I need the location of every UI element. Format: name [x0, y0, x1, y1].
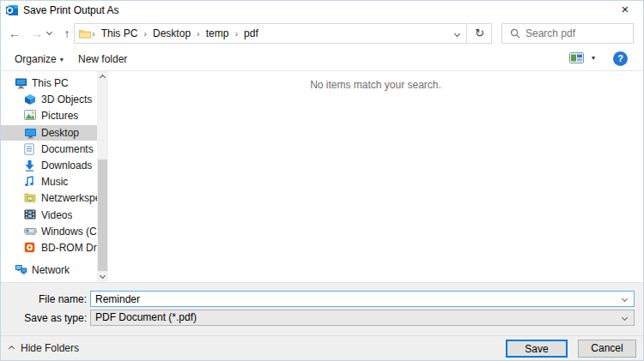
sidebar-item-label: Pictures: [41, 110, 78, 122]
recent-locations-chevron-icon[interactable]: [46, 29, 52, 35]
sidebar-item-label: BD-ROM Drive (I: [41, 242, 97, 254]
hide-folders-chevron-icon: [9, 345, 15, 351]
breadcrumb-item[interactable]: Desktop: [148, 24, 196, 43]
sidebar-item-netzwerkspeiche[interactable]: Netzwerkspeiche: [1, 190, 97, 206]
bottom-bar: Hide Folders Save Cancel: [1, 335, 643, 361]
document-icon: [24, 143, 38, 155]
sidebar-item-label: Documents: [41, 143, 94, 155]
scroll-down-icon[interactable]: [100, 273, 106, 279]
scroll-up-icon[interactable]: [100, 75, 106, 81]
organize-label: Organize: [15, 53, 57, 65]
navigation-tree: This PC3D ObjectsPicturesDesktopDocument…: [1, 71, 97, 282]
file-name-label: File name:: [1, 293, 87, 305]
sidebar-item-bd-rom-drive-i[interactable]: BD-ROM Drive (I: [1, 240, 97, 256]
hide-folders-button[interactable]: Hide Folders: [9, 342, 79, 354]
sidebar-item-pictures[interactable]: Pictures: [1, 108, 97, 123]
music-icon: [24, 176, 38, 188]
cancel-button[interactable]: Cancel: [578, 340, 636, 358]
network-icon: [15, 264, 28, 276]
help-icon[interactable]: ?: [613, 51, 628, 66]
sidebar-item-desktop[interactable]: Desktop: [1, 125, 97, 141]
scrollbar-thumb[interactable]: [98, 159, 107, 271]
save-as-type-select[interactable]: PDF Document (*.pdf): [90, 310, 635, 326]
command-bar: Organize▾ New folder ▾ ?: [1, 47, 643, 71]
breadcrumb-item[interactable]: pdf: [239, 24, 264, 43]
sidebar-item-documents[interactable]: Documents: [1, 141, 97, 157]
sidebar-item-label: Videos: [41, 209, 72, 221]
save-button[interactable]: Save: [506, 340, 568, 358]
address-dropdown-chevron-icon[interactable]: [454, 31, 460, 37]
breadcrumb-item[interactable]: This PC: [96, 24, 143, 43]
dialog-body: This PC3D ObjectsPicturesDesktopDocument…: [1, 71, 643, 282]
network-folder-icon: [24, 192, 38, 204]
sidebar-scrollbar[interactable]: [97, 71, 108, 282]
hdd-icon: [24, 226, 38, 238]
view-mode-icon: [569, 52, 584, 63]
sidebar-item-label: Network: [32, 264, 70, 276]
file-name-input[interactable]: [90, 291, 635, 307]
sidebar-item-label: Netzwerkspeiche: [41, 192, 97, 204]
office-disc-icon: [24, 242, 38, 254]
sidebar-item-3d-objects[interactable]: 3D Objects: [1, 92, 97, 107]
save-as-type-label: Save as type:: [1, 312, 87, 324]
address-bar[interactable]: ›This PC›Desktop›temp›pdf: [74, 23, 467, 44]
sidebar-item-label: Music: [41, 176, 68, 188]
sidebar-item-this-pc[interactable]: This PC: [1, 75, 97, 91]
folder-icon: [79, 28, 91, 39]
save-print-output-dialog: Save Print Output As × ← → ↑ ›This PC›De…: [0, 0, 644, 361]
sidebar-item-videos[interactable]: Videos: [1, 208, 97, 223]
search-box[interactable]: [501, 23, 634, 44]
download-icon: [24, 159, 38, 171]
navigation-bar: ← → ↑ ›This PC›Desktop›temp›pdf ↻: [1, 20, 643, 47]
refresh-icon[interactable]: ↻: [468, 23, 492, 44]
file-list-area[interactable]: No items match your search.: [108, 71, 643, 282]
sidebar-item-label: 3D Objects: [41, 93, 92, 105]
sidebar-item-network[interactable]: Network: [1, 262, 97, 278]
sidebar-item-label: Windows (C:): [41, 226, 97, 238]
organize-caret-icon: ▾: [60, 51, 64, 69]
computer-icon: [15, 77, 28, 89]
close-icon[interactable]: ×: [611, 1, 640, 19]
sidebar-item-label: Desktop: [41, 127, 79, 139]
picture-icon: [24, 110, 38, 122]
hide-folders-label: Hide Folders: [21, 342, 79, 354]
breadcrumb: ›This PC›Desktop›temp›pdf: [91, 24, 264, 43]
film-icon: [24, 209, 38, 221]
view-mode-caret-icon: ▾: [592, 54, 595, 62]
file-fields-section: File name: Save as type: PDF Document (*…: [1, 282, 643, 335]
sidebar-item-windows-c[interactable]: Windows (C:): [1, 224, 97, 239]
sidebar-item-music[interactable]: Music: [1, 174, 97, 190]
sidebar-item-label: This PC: [32, 77, 69, 89]
title-bar: Save Print Output As ×: [1, 1, 643, 20]
forward-icon: →: [27, 23, 47, 44]
window-title: Save Print Output As: [23, 4, 118, 16]
cube-icon: [24, 93, 38, 105]
new-folder-button[interactable]: New folder: [75, 51, 131, 68]
breadcrumb-item[interactable]: temp: [201, 24, 234, 43]
organize-button[interactable]: Organize▾: [11, 51, 67, 68]
outlook-app-icon: [6, 4, 18, 16]
search-input[interactable]: [526, 25, 633, 42]
back-icon[interactable]: ←: [4, 23, 25, 44]
sidebar-item-label: Downloads: [41, 159, 92, 171]
search-icon: [510, 28, 520, 39]
view-mode-button[interactable]: ▾: [569, 52, 595, 63]
empty-results-message: No items match your search.: [108, 79, 643, 91]
sidebar-item-downloads[interactable]: Downloads: [1, 158, 97, 173]
desktop-icon: [24, 127, 38, 139]
